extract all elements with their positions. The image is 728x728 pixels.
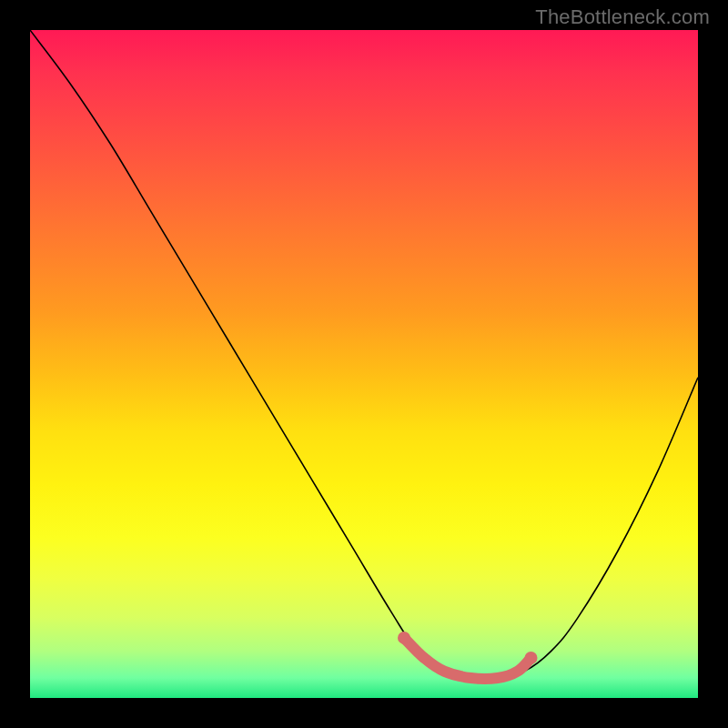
highlight-end-dot bbox=[525, 652, 538, 664]
highlight-start-dot bbox=[398, 632, 410, 644]
chart-frame: TheBottleneck.com bbox=[0, 0, 728, 728]
optimal-highlight bbox=[404, 638, 531, 679]
watermark-text: TheBottleneck.com bbox=[535, 5, 710, 29]
plot-area bbox=[30, 30, 698, 698]
chart-svg bbox=[30, 30, 698, 698]
bottleneck-curve bbox=[30, 30, 698, 679]
